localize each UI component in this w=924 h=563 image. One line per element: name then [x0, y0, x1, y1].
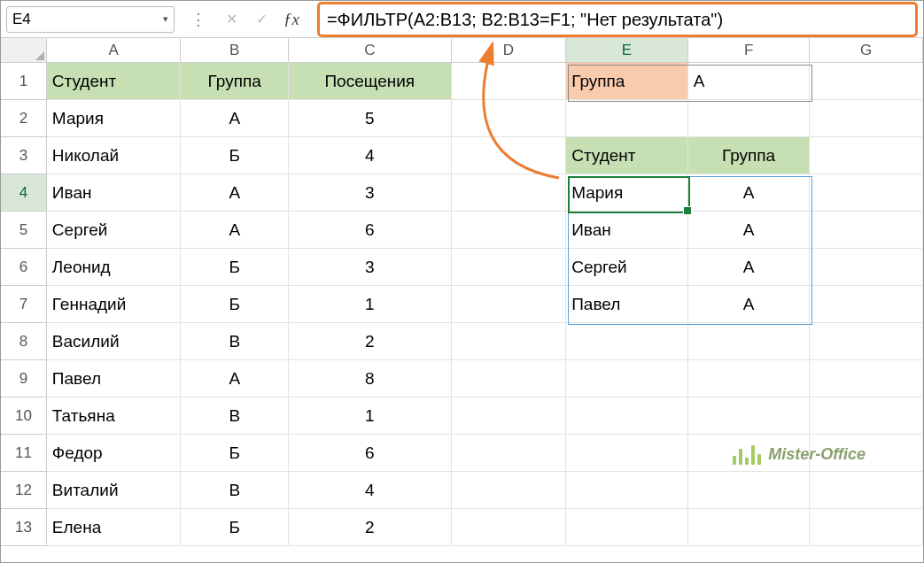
cell-E13[interactable] [566, 509, 688, 546]
cell-D11[interactable] [452, 435, 567, 472]
chevron-down-icon[interactable]: ▾ [163, 13, 168, 25]
cell-D4[interactable] [452, 174, 567, 212]
cell-D13[interactable] [452, 509, 567, 546]
cell-F1[interactable]: А [688, 63, 811, 100]
cell-D12[interactable] [452, 472, 567, 509]
cell-A13[interactable]: Елена [47, 509, 182, 546]
cell-G13[interactable] [810, 509, 923, 546]
row-header-3[interactable]: 3 [1, 137, 47, 174]
cell-B13[interactable]: Б [181, 509, 289, 546]
cell-G2[interactable] [810, 100, 923, 137]
cell-D7[interactable] [452, 286, 567, 323]
cell-G9[interactable] [810, 360, 923, 397]
row-header-2[interactable]: 2 [1, 100, 47, 137]
cell-A5[interactable]: Сергей [47, 212, 182, 249]
cell-F10[interactable] [688, 397, 811, 435]
cell-F9[interactable] [688, 360, 811, 397]
cell-C11[interactable]: 6 [289, 435, 451, 472]
cell-G1[interactable] [810, 63, 923, 100]
row-header-4[interactable]: 4 [1, 174, 47, 212]
cell-G6[interactable] [810, 249, 923, 286]
cell-B2[interactable]: А [181, 100, 289, 137]
cell-E5[interactable]: Иван [566, 212, 688, 249]
cell-A11[interactable]: Федор [47, 435, 182, 472]
cell-C7[interactable]: 1 [289, 286, 451, 323]
cell-B4[interactable]: А [181, 174, 289, 212]
col-header-B[interactable]: B [181, 38, 289, 62]
cell-F13[interactable] [688, 509, 811, 546]
cell-G10[interactable] [810, 397, 923, 435]
cell-B9[interactable]: А [181, 360, 289, 397]
cell-G8[interactable] [810, 323, 923, 360]
row-header-8[interactable]: 8 [1, 323, 47, 360]
row-header-7[interactable]: 7 [1, 286, 47, 323]
cell-B8[interactable]: В [181, 323, 289, 360]
cell-F5[interactable]: А [688, 212, 811, 249]
cell-A1[interactable]: Студент [47, 63, 182, 100]
row-header-9[interactable]: 9 [1, 360, 47, 397]
cell-E11[interactable] [566, 435, 688, 472]
cell-C2[interactable]: 5 [289, 100, 451, 137]
cell-E7[interactable]: Павел [566, 286, 688, 323]
row-header-1[interactable]: 1 [1, 63, 47, 100]
fx-icon[interactable]: ƒx [278, 10, 305, 29]
row-header-13[interactable]: 13 [1, 509, 47, 546]
cell-F6[interactable]: А [688, 249, 811, 286]
cell-C6[interactable]: 3 [289, 249, 451, 286]
cell-B3[interactable]: Б [181, 137, 289, 174]
cell-E6[interactable]: Сергей [566, 249, 688, 286]
col-header-G[interactable]: G [810, 38, 923, 62]
cell-E1[interactable]: Группа [566, 63, 688, 100]
cell-B7[interactable]: Б [181, 286, 289, 323]
row-header-5[interactable]: 5 [1, 212, 47, 249]
cell-G7[interactable] [810, 286, 923, 323]
col-header-C[interactable]: C [289, 38, 451, 62]
cell-C3[interactable]: 4 [289, 137, 451, 174]
cell-F7[interactable]: А [688, 286, 811, 323]
cell-F3[interactable]: Группа [688, 137, 811, 174]
cell-C13[interactable]: 2 [289, 509, 451, 546]
cell-D1[interactable] [452, 63, 567, 100]
cell-A2[interactable]: Мария [47, 100, 182, 137]
cell-F12[interactable] [688, 472, 811, 509]
cell-D3[interactable] [452, 137, 567, 174]
cell-G12[interactable] [810, 472, 923, 509]
cell-C5[interactable]: 6 [289, 212, 451, 249]
cell-B6[interactable]: Б [181, 249, 289, 286]
cell-F2[interactable] [688, 100, 811, 137]
row-header-6[interactable]: 6 [1, 249, 47, 286]
cell-C1[interactable]: Посещения [289, 63, 451, 100]
row-header-10[interactable]: 10 [1, 397, 47, 435]
name-box[interactable] [12, 11, 136, 28]
cell-F4[interactable]: А [688, 174, 811, 212]
col-header-E[interactable]: E [566, 38, 688, 62]
cell-A8[interactable]: Василий [47, 323, 182, 360]
formula-input[interactable]: =ФИЛЬТР(A2:B13; B2:B13=F1; "Нет результа… [317, 2, 918, 37]
cell-F8[interactable] [688, 323, 811, 360]
name-box-container[interactable]: ▾ [6, 6, 175, 33]
cell-C12[interactable]: 4 [289, 472, 451, 509]
cell-E10[interactable] [566, 397, 688, 435]
cell-A7[interactable]: Геннадий [47, 286, 182, 323]
cell-E4[interactable]: Мария [566, 174, 688, 212]
cell-C9[interactable]: 8 [289, 360, 451, 397]
cell-A6[interactable]: Леонид [47, 249, 182, 286]
cell-B5[interactable]: А [181, 212, 289, 249]
row-header-12[interactable]: 12 [1, 472, 47, 509]
cell-A3[interactable]: Николай [47, 137, 182, 174]
cell-D2[interactable] [452, 100, 567, 137]
cell-B12[interactable]: В [181, 472, 289, 509]
cell-E9[interactable] [566, 360, 688, 397]
cell-E3[interactable]: Студент [566, 137, 688, 174]
select-all-corner[interactable] [1, 38, 47, 62]
cell-D10[interactable] [452, 397, 567, 435]
cell-E2[interactable] [566, 100, 688, 137]
cell-A9[interactable]: Павел [47, 360, 182, 397]
cell-C4[interactable]: 3 [289, 174, 451, 212]
cell-A10[interactable]: Татьяна [47, 397, 182, 435]
row-header-11[interactable]: 11 [1, 435, 47, 472]
cell-C8[interactable]: 2 [289, 323, 451, 360]
cell-D9[interactable] [452, 360, 567, 397]
col-header-A[interactable]: A [47, 38, 182, 62]
cell-B1[interactable]: Группа [181, 63, 289, 100]
